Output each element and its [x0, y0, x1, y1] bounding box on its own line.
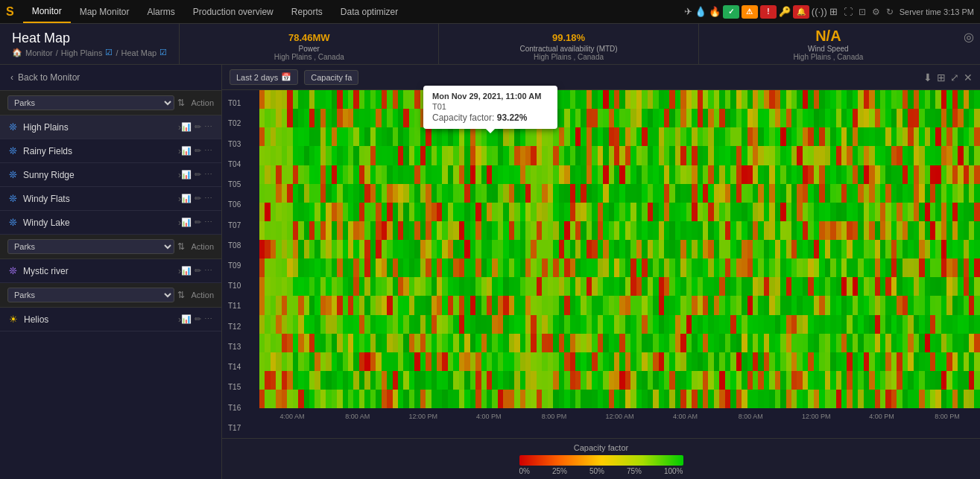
- heatmap-cell[interactable]: [387, 371, 392, 390]
- heatmap-cell[interactable]: [952, 258, 958, 277]
- heatmap-cell[interactable]: [803, 203, 808, 221]
- heatmap-cell[interactable]: [525, 240, 531, 258]
- heatmap-cell[interactable]: [680, 258, 686, 277]
- heatmap-cell[interactable]: [814, 296, 819, 314]
- heatmap-cell[interactable]: [725, 109, 730, 127]
- heatmap-cell[interactable]: [309, 221, 314, 240]
- heatmap-cell[interactable]: [885, 127, 891, 146]
- heatmap-cell[interactable]: [542, 165, 547, 184]
- heatmap-cell[interactable]: [531, 296, 536, 314]
- heatmap-cell[interactable]: [304, 315, 309, 334]
- heatmap-cell[interactable]: [326, 184, 331, 203]
- heatmap-cell[interactable]: [648, 109, 653, 127]
- heatmap-cell[interactable]: [742, 203, 747, 221]
- heatmap-cell[interactable]: [481, 277, 487, 296]
- heatmap-cell[interactable]: [891, 258, 897, 277]
- heatmap-cell[interactable]: [703, 90, 708, 109]
- heatmap-cell[interactable]: [298, 352, 303, 371]
- heatmap-cell[interactable]: [858, 109, 863, 127]
- heatmap-cell[interactable]: [548, 315, 553, 334]
- heatmap-cell[interactable]: [908, 352, 913, 371]
- heatmap-cell[interactable]: [420, 296, 426, 314]
- heatmap-cell[interactable]: [459, 203, 464, 221]
- heatmap-cell[interactable]: [692, 352, 697, 371]
- heatmap-cell[interactable]: [364, 127, 370, 146]
- heatmap-cell[interactable]: [326, 146, 331, 165]
- heatmap-cell[interactable]: [304, 90, 309, 109]
- heatmap-cell[interactable]: [853, 109, 858, 127]
- heatmap-cell[interactable]: [952, 352, 958, 371]
- heatmap-cell[interactable]: [464, 203, 470, 221]
- heatmap-cell[interactable]: [503, 221, 508, 240]
- heatmap-cell[interactable]: [470, 390, 475, 408]
- heatmap-cell[interactable]: [642, 221, 647, 240]
- heatmap-cell[interactable]: [675, 315, 680, 334]
- heatmap-cell[interactable]: [359, 90, 364, 109]
- heatmap-cell[interactable]: [470, 371, 475, 390]
- heatmap-cell[interactable]: [908, 203, 913, 221]
- heatmap-cell[interactable]: [753, 334, 758, 352]
- heatmap-cell[interactable]: [337, 240, 342, 258]
- heatmap-cell[interactable]: [614, 352, 619, 371]
- heatmap-cell[interactable]: [426, 334, 431, 352]
- heatmap-cell[interactable]: [974, 277, 979, 296]
- heatmap-cell[interactable]: [414, 184, 420, 203]
- heatmap-cell[interactable]: [730, 296, 736, 314]
- heatmap-cell[interactable]: [531, 371, 536, 390]
- heatmap-cell[interactable]: [946, 203, 952, 221]
- heatmap-cell[interactable]: [758, 277, 763, 296]
- heatmap-cell[interactable]: [808, 240, 813, 258]
- heatmap-cell[interactable]: [952, 221, 958, 240]
- heatmap-cell[interactable]: [902, 352, 908, 371]
- heatmap-cell[interactable]: [487, 203, 492, 221]
- heatmap-cell[interactable]: [836, 221, 841, 240]
- heatmap-cell[interactable]: [337, 334, 342, 352]
- heatmap-cell[interactable]: [698, 146, 703, 165]
- heatmap-cell[interactable]: [492, 240, 497, 258]
- heatmap-cell[interactable]: [426, 203, 431, 221]
- heatmap-cell[interactable]: [265, 315, 270, 334]
- heatmap-cell[interactable]: [619, 334, 625, 352]
- heatmap-cell[interactable]: [314, 258, 320, 277]
- heatmap-cell[interactable]: [891, 315, 897, 334]
- heatmap-cell[interactable]: [459, 371, 464, 390]
- heatmap-cell[interactable]: [509, 315, 514, 334]
- heatmap-cell[interactable]: [742, 258, 747, 277]
- heatmap-cell[interactable]: [431, 296, 437, 314]
- heatmap-cell[interactable]: [769, 165, 774, 184]
- heatmap-cell[interactable]: [680, 146, 686, 165]
- heatmap-cell[interactable]: [531, 165, 536, 184]
- heatmap-cell[interactable]: [648, 352, 653, 371]
- heatmap-cell[interactable]: [603, 165, 608, 184]
- heatmap-cell[interactable]: [403, 184, 408, 203]
- heatmap-cell[interactable]: [348, 165, 353, 184]
- heatmap-cell[interactable]: [426, 315, 431, 334]
- heatmap-cell[interactable]: [470, 240, 475, 258]
- sidebar-group2-action[interactable]: Action: [191, 242, 214, 251]
- heatmap-cell[interactable]: [925, 296, 930, 314]
- heatmap-cell[interactable]: [503, 127, 508, 146]
- heatmap-cell[interactable]: [914, 184, 919, 203]
- heatmap-cell[interactable]: [271, 371, 276, 390]
- heatmap-cell[interactable]: [742, 184, 747, 203]
- heatmap-cell[interactable]: [453, 296, 458, 314]
- heatmap-cell[interactable]: [382, 240, 387, 258]
- heatmap-cell[interactable]: [598, 165, 603, 184]
- heatmap-cell[interactable]: [470, 258, 475, 277]
- heatmap-cell[interactable]: [492, 334, 497, 352]
- heatmap-cell[interactable]: [364, 334, 370, 352]
- heatmap-cell[interactable]: [287, 127, 292, 146]
- heatmap-cell[interactable]: [941, 296, 946, 314]
- heatmap-cell[interactable]: [609, 277, 614, 296]
- heatmap-cell[interactable]: [548, 296, 553, 314]
- sidebar-group1-action[interactable]: Action: [191, 98, 214, 107]
- heatmap-cell[interactable]: [537, 146, 542, 165]
- heatmap-cell[interactable]: [487, 221, 492, 240]
- heatmap-cell[interactable]: [853, 90, 858, 109]
- heatmap-cell[interactable]: [570, 109, 575, 127]
- heatmap-cell[interactable]: [630, 203, 636, 221]
- heatmap-cell[interactable]: [853, 221, 858, 240]
- heatmap-cell[interactable]: [592, 240, 597, 258]
- heatmap-cell[interactable]: [648, 296, 653, 314]
- heatmap-cell[interactable]: [581, 184, 586, 203]
